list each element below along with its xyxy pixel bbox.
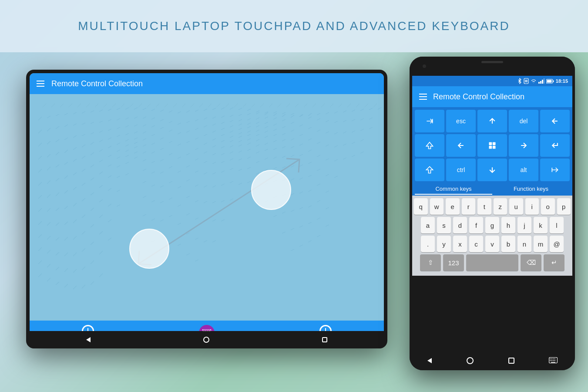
svg-rect-450 (544, 78, 544, 84)
tab-icon (425, 117, 434, 125)
key-y[interactable]: y (437, 236, 451, 252)
function-keys-tab[interactable]: Function keys (492, 184, 570, 195)
keyboard-bottom-row: ⇧ 123 ⌫ ↵ (414, 254, 571, 271)
key-right[interactable] (509, 134, 538, 157)
arrow-down-icon (488, 166, 497, 174)
key-down[interactable] (477, 159, 507, 181)
arrow-right-icon (519, 141, 528, 150)
key-w[interactable]: w (430, 198, 444, 215)
key-b[interactable]: b (501, 236, 515, 252)
windows-icon (488, 141, 497, 150)
key-left[interactable] (446, 134, 476, 157)
key-z[interactable]: z (494, 198, 507, 215)
phone-nav-bar (410, 351, 575, 370)
phone-screen: 18:15 Remote Control Collection esc (412, 76, 572, 351)
keyboard-row-1: q w e r t z u i o p (414, 198, 571, 215)
key-j[interactable]: j (517, 217, 531, 233)
key-esc[interactable]: esc (446, 110, 476, 132)
svg-rect-461 (553, 358, 554, 359)
key-backspace[interactable]: ⌫ (521, 254, 541, 271)
phone-nav-recent[interactable] (508, 358, 514, 364)
phone-nav-keyboard[interactable] (549, 357, 558, 364)
key-x[interactable]: x (453, 236, 467, 252)
phone-app-title: Remote Control Collection (433, 92, 524, 101)
key-v[interactable]: v (485, 236, 499, 252)
key-at[interactable]: @ (550, 236, 564, 252)
key-tab-row: Common keys Function keys (412, 184, 572, 196)
phone-top-hardware (410, 57, 575, 76)
shift-icon (425, 141, 434, 150)
key-backspace-arrow[interactable] (540, 110, 570, 132)
key-tab2[interactable] (540, 159, 570, 181)
battery-icon (546, 79, 554, 84)
key-ctrl-label: ctrl (457, 166, 465, 173)
key-enter-bottom[interactable]: ↵ (544, 254, 564, 271)
key-del-label: del (520, 118, 528, 125)
key-space[interactable] (466, 254, 518, 271)
key-m[interactable]: m (534, 236, 548, 252)
bluetooth-icon (517, 78, 522, 84)
key-shift-bottom[interactable]: ⇧ (420, 254, 441, 271)
key-c[interactable]: c (469, 236, 483, 252)
key-f[interactable]: f (469, 217, 483, 233)
svg-rect-0 (30, 94, 384, 299)
key-h[interactable]: h (501, 217, 515, 233)
status-icons (517, 78, 554, 84)
svg-rect-446 (525, 80, 528, 82)
tablet-nav-home[interactable] (203, 337, 209, 343)
tablet-touchpad[interactable] (30, 94, 384, 321)
key-dot[interactable]: . (421, 236, 435, 252)
svg-rect-460 (551, 358, 553, 359)
svg-rect-449 (542, 80, 543, 84)
svg-rect-452 (553, 80, 554, 82)
key-123[interactable]: 123 (443, 254, 464, 271)
phone-nav-back[interactable] (427, 358, 432, 363)
header-title: MULTITOUCH LAPTOP TOUCHPAD AND ADVANCED … (78, 19, 510, 33)
header: MULTITOUCH LAPTOP TOUCHPAD AND ADVANCED … (0, 0, 588, 52)
key-o[interactable]: o (541, 198, 555, 215)
keyboard-row-2: a s d f g h j k l (414, 217, 571, 233)
tablet-app-bar: Remote Control Collection (30, 73, 384, 94)
tablet-nav-recent[interactable] (322, 337, 327, 342)
signal-icon (538, 78, 544, 84)
key-shift2[interactable] (415, 159, 444, 181)
key-l[interactable]: l (550, 217, 564, 233)
key-u[interactable]: u (509, 198, 523, 215)
key-r[interactable]: r (462, 198, 476, 215)
key-enter[interactable] (540, 134, 570, 157)
key-d[interactable]: d (453, 217, 467, 233)
key-n[interactable]: n (517, 236, 531, 252)
key-up[interactable] (477, 110, 507, 132)
key-s[interactable]: s (437, 217, 451, 233)
svg-rect-454 (489, 142, 492, 145)
phone-menu-icon[interactable] (419, 94, 427, 100)
tablet-nav-back[interactable] (86, 337, 91, 342)
key-p[interactable]: p (557, 198, 571, 215)
key-g[interactable]: g (485, 217, 499, 233)
svg-rect-465 (553, 360, 554, 361)
key-ctrl[interactable]: ctrl (446, 159, 476, 181)
key-t[interactable]: t (477, 198, 491, 215)
flow-field-svg (30, 94, 384, 299)
key-e[interactable]: e (446, 198, 460, 215)
key-q[interactable]: q (414, 198, 428, 215)
key-k[interactable]: k (534, 217, 548, 233)
phone-nav-home[interactable] (467, 357, 474, 364)
key-windows[interactable] (477, 134, 507, 157)
common-keys-tab[interactable]: Common keys (415, 184, 492, 195)
key-a[interactable]: a (421, 217, 435, 233)
svg-point-434 (252, 170, 291, 210)
key-shift[interactable] (415, 134, 444, 157)
enter-icon (551, 141, 559, 150)
tablet-app-title: Remote Control Collection (51, 79, 143, 88)
tablet-screen: Remote Control Collection (30, 73, 384, 345)
tablet-menu-icon[interactable] (37, 81, 44, 87)
key-grid: esc del (412, 107, 572, 184)
nfc-icon (524, 78, 529, 84)
svg-point-433 (130, 229, 169, 268)
key-tab[interactable] (415, 110, 444, 132)
key-i[interactable]: i (525, 198, 539, 215)
key-del[interactable]: del (509, 110, 538, 132)
wifi-icon (531, 78, 537, 84)
key-alt[interactable]: alt (509, 159, 538, 181)
